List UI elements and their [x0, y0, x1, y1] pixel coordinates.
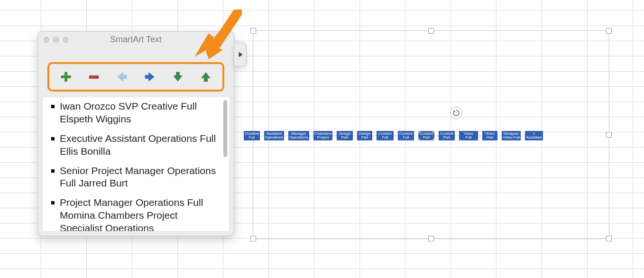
selection-handle[interactable] [428, 236, 434, 241]
smartart-node[interactable]: DesignerVideo Full [502, 131, 521, 140]
smartart-node[interactable]: ChambersProject [313, 131, 332, 140]
smartart-text-list[interactable]: Iwan Orozco SVP Creative Full Elspeth Wi… [43, 97, 222, 231]
node-connector [394, 136, 398, 136]
scrollbar-thumb[interactable] [223, 100, 227, 157]
node-selection-handle[interactable] [418, 131, 420, 133]
pane-titlebar[interactable]: SmartArt Text [38, 32, 234, 48]
smartart-node[interactable]: ContentFull [377, 131, 394, 140]
node-connector [372, 136, 377, 136]
smartart-node[interactable]: VideoPart [482, 131, 497, 140]
remove-shape-button[interactable] [85, 68, 102, 85]
node-connector [260, 136, 264, 136]
move-down-button[interactable] [169, 68, 186, 85]
smartart-node[interactable]: DesignPart [357, 131, 372, 140]
selection-handle[interactable] [606, 236, 612, 241]
pane-scrollbar[interactable] [222, 97, 229, 231]
arrow-left-icon [116, 71, 128, 83]
node-connector [497, 136, 502, 136]
promote-button[interactable] [141, 68, 158, 85]
node-selection-handle[interactable] [432, 131, 434, 133]
smartart-node[interactable]: AssistantOperations [264, 131, 284, 140]
list-item[interactable]: Senior Project Manager Operations Full J… [51, 165, 218, 190]
smartart-node[interactable]: DesignPart [337, 131, 353, 140]
smartart-node[interactable]: ContentFull [398, 131, 414, 140]
smartart-node[interactable]: CreativeFull [244, 131, 260, 140]
node-selection-handle[interactable] [424, 140, 428, 140]
pane-body: Iwan Orozco SVP Creative Full Elspeth Wi… [43, 97, 229, 231]
selection-handle[interactable] [428, 28, 434, 34]
node-connector [455, 136, 459, 136]
node-connector [434, 136, 439, 136]
minus-icon [88, 71, 100, 83]
node-connector [414, 136, 418, 136]
node-selection-handle[interactable] [434, 134, 434, 138]
smartart-node[interactable]: nAssistant [525, 131, 543, 140]
selection-handle[interactable] [250, 28, 256, 34]
collapse-pane-tab[interactable] [234, 43, 247, 66]
smartart-text-pane: SmartArt Text [37, 31, 234, 236]
minimize-icon[interactable] [53, 37, 59, 43]
node-connector [521, 136, 525, 136]
node-selection-handle[interactable] [424, 131, 428, 131]
list-item[interactable]: Iwan Orozco SVP Creative Full Elspeth Wi… [51, 100, 218, 126]
selection-handle[interactable] [606, 28, 612, 34]
window-controls [38, 37, 68, 43]
smartart-node-row: CreativeFullAssistantOperationsManagerOp… [244, 130, 609, 141]
smartart-toolbar [47, 62, 224, 92]
arrow-right-icon [144, 71, 156, 83]
node-connector [284, 136, 288, 136]
svg-rect-0 [89, 76, 99, 78]
node-selection-handle[interactable] [418, 134, 419, 138]
smartart-canvas[interactable]: CreativeFullAssistantOperationsManagerOp… [253, 30, 609, 239]
add-shape-button[interactable] [57, 68, 74, 85]
node-connector [478, 136, 482, 136]
node-connector [309, 136, 313, 136]
arrow-up-icon [200, 71, 212, 83]
node-selection-handle[interactable] [432, 139, 434, 140]
rotate-handle[interactable] [450, 107, 462, 119]
smartart-node[interactable]: ContentPart [439, 131, 455, 140]
smartart-node[interactable]: ManagerOperations [288, 131, 309, 140]
arrow-down-icon [172, 71, 184, 83]
node-connector [353, 136, 357, 136]
smartart-node[interactable]: ContentPart [418, 131, 434, 140]
list-item[interactable]: Executive Assistant Operations Full Elli… [51, 132, 218, 158]
rotate-icon [452, 109, 460, 117]
close-icon[interactable] [44, 37, 49, 43]
node-connector [332, 136, 337, 136]
chevron-right-icon [238, 51, 243, 58]
list-item[interactable]: Project Manager Operations Full Momina C… [51, 196, 218, 231]
plus-icon [60, 71, 72, 83]
demote-button[interactable] [113, 68, 130, 85]
zoom-icon[interactable] [63, 37, 68, 43]
smartart-node[interactable]: VideoFull [459, 131, 478, 140]
move-up-button[interactable] [197, 68, 214, 85]
node-selection-handle[interactable] [418, 139, 420, 140]
selection-handle[interactable] [250, 236, 256, 241]
